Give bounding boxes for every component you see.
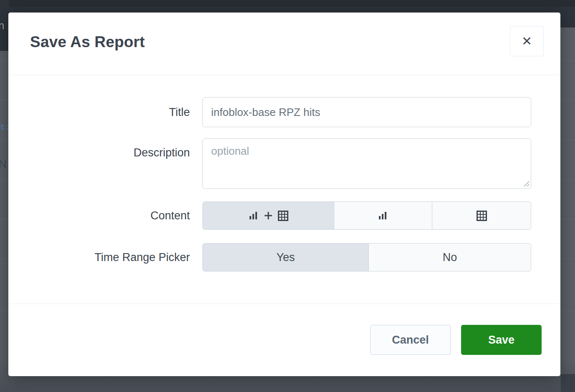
background-footer-corner [561,374,575,392]
bar-chart-icon [249,211,259,221]
close-button[interactable]: ✕ [510,26,544,56]
bar-chart-icon [378,211,388,221]
cancel-button[interactable]: Cancel [370,325,451,355]
close-icon: ✕ [522,35,532,48]
content-field-label: Content [8,201,202,230]
save-as-report-dialog: Save As Report ✕ Title Description Conte… [8,13,560,376]
table-icon [278,211,288,221]
table-icon [477,211,487,221]
description-textarea[interactable] [202,138,531,189]
title-input[interactable] [202,97,531,127]
time-range-option-no[interactable]: No [369,244,531,271]
time-range-segmented-control: Yes No [202,243,531,271]
content-option-chart-only[interactable] [334,202,432,229]
no-option-label: No [443,251,457,264]
dialog-header: Save As Report ✕ [8,13,560,75]
background-app-bar [0,0,575,7]
time-range-picker-label: Time Range Picker [8,243,202,271]
description-field-label: Description [8,144,202,161]
yes-option-label: Yes [276,251,295,264]
dialog-footer: Cancel Save [8,304,560,376]
plus-icon [263,211,273,221]
background-text-fragment: N [0,158,7,171]
content-segmented-control [202,201,531,230]
background-left-panel [0,0,9,51]
dialog-title: Save As Report [30,33,145,51]
content-option-chart-and-table[interactable] [203,202,334,229]
content-option-table-only[interactable] [432,202,531,229]
time-range-option-yes[interactable]: Yes [203,244,369,271]
title-field-label: Title [8,97,202,127]
save-button[interactable]: Save [461,325,542,355]
